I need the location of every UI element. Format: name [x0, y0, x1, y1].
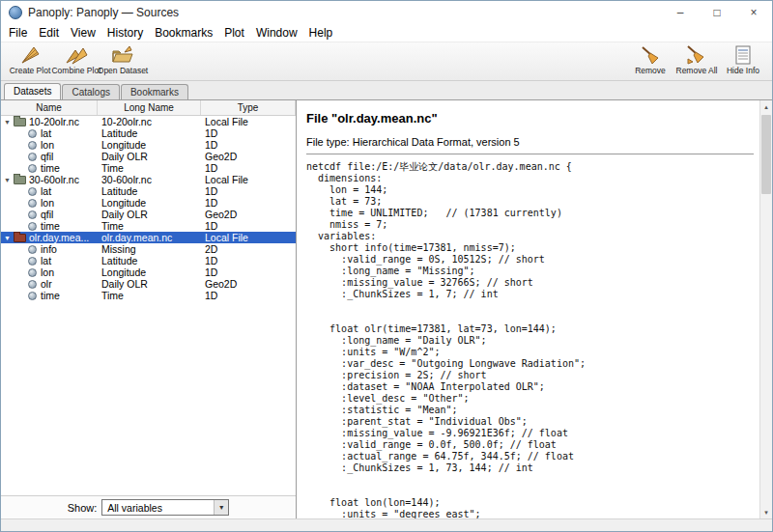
tree-name: olr — [41, 278, 52, 290]
tree-type: 1D — [201, 127, 296, 139]
tree-type: Geo2D — [201, 278, 296, 290]
menu-item-edit[interactable]: Edit — [33, 26, 65, 40]
tree-long-name: Time — [98, 290, 201, 301]
tree-type: Geo2D — [201, 151, 296, 162]
tree-row-variable[interactable]: latLatitude1D — [1, 127, 296, 139]
tree-row-variable[interactable]: lonLongitude1D — [1, 266, 296, 278]
menu-item-file[interactable]: File — [3, 26, 33, 40]
tree-long-name: Missing — [98, 243, 201, 255]
app-window: Panoply: Panoply — Sources – □ × FileEdi… — [0, 0, 773, 532]
tree-long-name: Latitude — [98, 127, 201, 139]
minimize-button[interactable]: – — [662, 1, 699, 24]
tree-row-variable[interactable]: latLatitude1D — [1, 255, 296, 266]
scrollbar-track[interactable] — [760, 113, 772, 506]
tree-row-variable[interactable]: timeTime1D — [1, 162, 296, 174]
menu-item-help[interactable]: Help — [303, 26, 339, 40]
file-title: File "olr.day.mean.nc" — [306, 111, 754, 126]
disclosure-triangle-icon[interactable]: ▼ — [4, 177, 12, 183]
tree-row-variable[interactable]: timeTime1D — [1, 220, 296, 232]
tree-type: 1D — [201, 266, 296, 278]
remove-button[interactable]: Remove — [627, 43, 673, 80]
tree-name-cell: lon — [1, 266, 98, 278]
combine-plot-button[interactable]: Combine Plot — [53, 43, 100, 80]
tree-name: lon — [41, 266, 54, 278]
tree-name: lat — [41, 185, 51, 197]
tree-name-cell: time — [1, 162, 98, 174]
tab-bookmarks[interactable]: Bookmarks — [121, 84, 188, 99]
variable-icon — [28, 245, 37, 254]
scrollbar-thumb[interactable] — [761, 115, 771, 194]
hide-info-button[interactable]: Hide Info — [720, 43, 766, 80]
toolbar-button-label: Remove — [635, 66, 666, 75]
tree-long-name: Longitude — [98, 266, 201, 278]
tree-type: 2D — [201, 243, 296, 255]
tree-row-variable[interactable]: infoMissing2D — [1, 243, 296, 255]
tree-row-variable[interactable]: qfilDaily OLRGeo2D — [1, 151, 296, 162]
open-dataset-button[interactable]: Open Dataset — [100, 43, 146, 80]
tree-long-name: Longitude — [98, 197, 201, 209]
tree-name-cell: qfil — [1, 151, 98, 162]
menu-item-view[interactable]: View — [65, 26, 101, 40]
tree-name-cell: lat — [1, 127, 98, 139]
variables-filter-dropdown[interactable]: All variables ▾ — [101, 499, 229, 516]
toolbar-button-label: Hide Info — [727, 66, 759, 75]
column-header-name[interactable]: Name — [1, 100, 98, 115]
ncdump-text: netcdf file:/E:/毕业论文/data/olr.day.mean.n… — [306, 161, 754, 518]
tree-row-variable[interactable]: latLatitude1D — [1, 185, 296, 197]
tree-row-variable[interactable]: timeTime1D — [1, 290, 296, 301]
show-bar: Show: All variables ▾ — [1, 495, 296, 518]
vertical-scrollbar[interactable]: ▴ ▾ — [759, 100, 772, 518]
app-icon — [9, 6, 22, 19]
tree-name-cell: olr — [1, 278, 98, 290]
tree-type: Local File — [201, 174, 296, 185]
tree-type: 1D — [201, 162, 296, 174]
tree-name-cell: lat — [1, 255, 98, 266]
create-plot-button[interactable]: Create Plot — [7, 43, 53, 80]
tree-row-dataset[interactable]: ▼30-60olr.nc30-60olr.ncLocal File — [1, 174, 296, 185]
tree-row-variable[interactable]: olrDaily OLRGeo2D — [1, 278, 296, 290]
close-button[interactable]: × — [735, 1, 772, 24]
menu-item-window[interactable]: Window — [250, 26, 303, 40]
tree-long-name: 10-20olr.nc — [98, 116, 201, 127]
tree-type: 1D — [201, 139, 296, 151]
statusbar — [1, 518, 772, 531]
tree-row-dataset[interactable]: ▼10-20olr.nc10-20olr.ncLocal File — [1, 116, 296, 127]
disclosure-triangle-icon[interactable]: ▼ — [4, 235, 12, 241]
tree-long-name: Time — [98, 220, 201, 232]
menu-item-history[interactable]: History — [101, 26, 149, 40]
toolbar-button-label: Open Dataset — [98, 66, 148, 75]
tree-row-variable[interactable]: lonLongitude1D — [1, 197, 296, 209]
column-header-type[interactable]: Type — [201, 100, 296, 115]
variable-icon — [28, 187, 37, 196]
tree-name: olr.day.mea... — [29, 232, 89, 243]
column-header-long-name[interactable]: Long Name — [98, 100, 201, 115]
remove-all-button[interactable]: Remove All — [673, 43, 720, 80]
menu-item-plot[interactable]: Plot — [218, 26, 250, 40]
tab-datasets[interactable]: Datasets — [4, 83, 61, 99]
tree-name-cell: qfil — [1, 209, 98, 220]
window-controls: – □ × — [662, 1, 772, 24]
tree-name: time — [41, 220, 60, 232]
scroll-down-icon[interactable]: ▾ — [760, 506, 772, 518]
tree-row-variable[interactable]: qfilDaily OLRGeo2D — [1, 209, 296, 220]
tree-long-name: Time — [98, 162, 201, 174]
tree-row-variable[interactable]: lonLongitude1D — [1, 139, 296, 151]
tree-long-name: Latitude — [98, 185, 201, 197]
tab-catalogs[interactable]: Catalogs — [62, 84, 119, 99]
maximize-button[interactable]: □ — [699, 1, 735, 24]
tree-name: lat — [41, 127, 51, 139]
tree-type: 1D — [201, 197, 296, 209]
toolbar-button-label: Combine Plot — [51, 66, 100, 75]
tree-name-cell: time — [1, 220, 98, 232]
tree-name: lat — [41, 255, 51, 266]
tree-row-dataset[interactable]: ▼olr.day.mea...olr.day.mean.ncLocal File — [1, 232, 296, 243]
toolbar-button-label: Create Plot — [10, 66, 51, 75]
tree-header: NameLong NameType — [1, 100, 296, 116]
chevron-down-icon: ▾ — [214, 500, 228, 515]
dropdown-selected-value: All variables — [102, 502, 214, 514]
tree-name: lon — [41, 139, 54, 151]
menu-item-bookmarks[interactable]: Bookmarks — [149, 26, 218, 40]
tree-name-cell: lon — [1, 139, 98, 151]
scroll-up-icon[interactable]: ▴ — [760, 100, 772, 113]
disclosure-triangle-icon[interactable]: ▼ — [4, 119, 12, 126]
